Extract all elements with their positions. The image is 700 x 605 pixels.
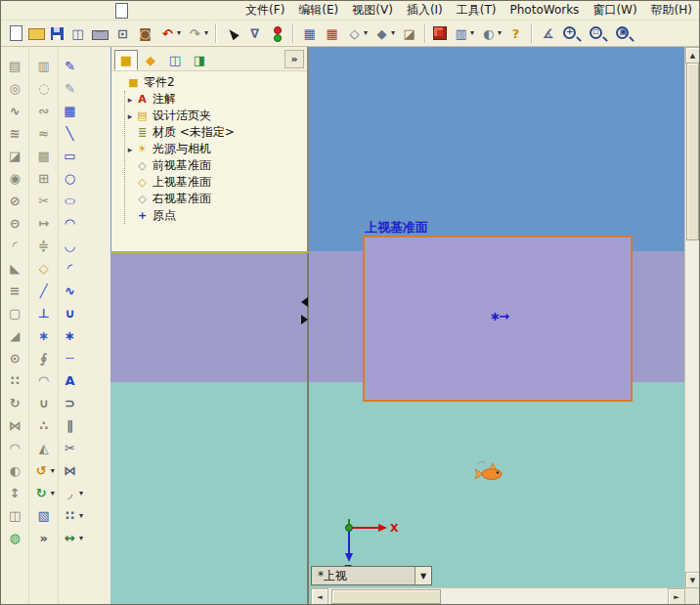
tangent-arc-button[interactable]: ◡ [62, 235, 78, 257]
rebuild-button[interactable] [267, 21, 287, 46]
horizontal-scrollbar[interactable]: ◄ ► [311, 587, 685, 604]
zoom-to-fit-button[interactable]: ▣ [613, 21, 637, 46]
scroll-right-button[interactable]: ► [668, 588, 685, 604]
extruded-surface-button[interactable]: ▥ [35, 55, 52, 77]
lighting-button[interactable]: ◐▾ [478, 21, 503, 46]
planar-surface-button[interactable]: ▩ [35, 145, 52, 167]
menu-tools[interactable]: 工具(T) [450, 1, 503, 19]
redo-caret-icon[interactable]: ▾ [204, 29, 208, 37]
swept-boss-button[interactable]: ∿ [7, 100, 23, 122]
swept-surface-button[interactable]: ∾ [35, 100, 52, 122]
split-button[interactable]: ◫ [7, 504, 23, 527]
open-document-button[interactable] [26, 21, 47, 46]
smart-dimension-button[interactable]: ↔▾ [62, 527, 83, 549]
join-button[interactable]: ◍ [7, 527, 23, 549]
horizontal-scroll-thumb[interactable] [331, 589, 441, 604]
three-point-arc-button[interactable]: ◜ [62, 257, 78, 280]
sketch-grid-button[interactable]: ▦ [62, 100, 78, 122]
draft-button[interactable]: ◢ [7, 324, 23, 347]
undo-caret-icon[interactable]: ▾ [177, 29, 181, 37]
scale-button[interactable]: ↕ [7, 482, 23, 504]
view-orientation-combo[interactable]: *上视 ▼ [311, 566, 432, 585]
lofted-boss-button[interactable]: ≋ [7, 122, 23, 145]
reference-plane-button[interactable]: ◇ [35, 257, 52, 280]
revolved-cut-button[interactable]: ◉ [7, 167, 23, 190]
origin-marker[interactable]: ∗→ [490, 309, 507, 324]
sketch-button[interactable]: ✎ [62, 55, 78, 77]
sketch-circle-button[interactable]: ○ [62, 167, 78, 190]
offset-surface-button[interactable]: ≑ [35, 235, 52, 257]
menu-view[interactable]: 视图(V) [345, 1, 400, 19]
sketch-spline-button[interactable]: ∿ [62, 280, 78, 302]
view-orientation-caret-icon[interactable]: ▾ [364, 29, 368, 37]
shell-button[interactable]: ▢ [7, 302, 23, 324]
select-button[interactable] [222, 21, 242, 46]
standard-views-button[interactable]: ▥▾ [451, 21, 476, 46]
photoworks-render-button[interactable]: ◙ [135, 21, 155, 46]
tree-root-part[interactable]: ■ 零件2 [116, 74, 307, 91]
tree-item-design-binder[interactable]: ▸▤设计活页夹 [125, 108, 307, 124]
panel-splitter-handle[interactable] [299, 297, 310, 324]
revolved-boss-button[interactable]: ◎ [7, 77, 23, 100]
addins-tab[interactable]: ◨ [188, 50, 211, 70]
sketch-rectangle-button[interactable]: ▭ [62, 145, 78, 167]
measure-button[interactable]: ∡ [538, 21, 558, 46]
menu-photoworks[interactable]: PhotoWorks [503, 1, 587, 19]
rotate-view-button[interactable]: ↺▾ [33, 459, 55, 482]
chamfer-button[interactable]: ◣ [7, 257, 23, 280]
configurationmanager-tab[interactable]: ◫ [163, 50, 187, 70]
view-orientation-button[interactable]: ◇▾ [344, 21, 370, 46]
selection-filter-button[interactable]: ∇ [244, 21, 265, 46]
sketch-fillet-button[interactable]: ◞▾ [62, 482, 83, 504]
trim-entities-button[interactable]: ✂ [62, 437, 78, 459]
expand-arrow-icon[interactable]: ▸ [125, 111, 135, 121]
sketch-centerline-button[interactable]: ┄ [62, 347, 78, 369]
menu-file[interactable]: 文件(F) [239, 1, 291, 19]
dome-button[interactable]: ◠ [7, 437, 23, 459]
tree-item-right-plane[interactable]: ◇右视基准面 [125, 191, 307, 207]
hole-wizard-button[interactable]: ⊙ [7, 347, 23, 369]
toolbar-more-button[interactable]: » [35, 527, 52, 549]
rib-button[interactable]: ≡ [7, 280, 23, 302]
composite-curve-button[interactable]: ∪ [35, 392, 52, 414]
print-button[interactable] [90, 21, 110, 46]
print-preview-button[interactable]: ⊡ [112, 21, 133, 46]
view-combo-dropdown-button[interactable]: ▼ [415, 567, 431, 584]
pan-view-button[interactable]: ↻▾ [33, 482, 55, 504]
knit-surface-button[interactable]: ⊞ [35, 167, 52, 190]
menu-help[interactable]: 帮助(H) [644, 1, 699, 19]
horizontal-scroll-track[interactable] [328, 588, 668, 604]
redo-button[interactable]: ↷▾ [185, 21, 210, 46]
tree-item-top-plane[interactable]: ◇上视基准面 [125, 174, 307, 191]
linear-sketch-pattern-caret-icon[interactable]: ▾ [79, 512, 83, 520]
extruded-cut-button[interactable]: ◪ [7, 145, 23, 167]
convert-entities-button[interactable]: ⊃ [62, 392, 78, 414]
vertical-scroll-thumb[interactable] [686, 63, 699, 240]
lighting-caret-icon[interactable]: ▾ [498, 29, 502, 37]
new-document-button[interactable] [8, 21, 24, 46]
tree-item-lights-cameras[interactable]: ▸☀光源与相机 [125, 141, 307, 157]
texture-button[interactable]: ▧ [35, 504, 52, 527]
coordinate-system-button[interactable]: ⊥ [35, 302, 52, 324]
circular-pattern-button[interactable]: ↻ [7, 392, 23, 414]
sketch-fillet-caret-icon[interactable]: ▾ [79, 490, 83, 497]
display-style-button[interactable]: ◆▾ [372, 21, 397, 46]
help-button[interactable]: ? [505, 21, 526, 46]
tree-item-origin[interactable]: +原点 [125, 207, 307, 224]
tree-item-annotations[interactable]: ▸A注解 [125, 91, 307, 108]
helix-curve-button[interactable]: ∮ [35, 347, 52, 369]
split-line-button[interactable]: ◭ [35, 437, 52, 459]
reference-point-button[interactable]: ∗ [35, 324, 52, 347]
sketch-line-button[interactable]: ╲ [62, 122, 78, 145]
zoom-in-button[interactable]: + [560, 21, 585, 46]
expand-arrow-icon[interactable]: ▸ [125, 95, 135, 105]
curve-through-points-button[interactable]: ∴ [35, 414, 52, 437]
mirror-entities-button[interactable]: ⋈ [62, 459, 78, 482]
trim-surface-button[interactable]: ✂ [35, 190, 52, 212]
propertymanager-tab[interactable]: ◆ [139, 50, 162, 70]
material-editor-button[interactable]: ▦ [322, 21, 342, 46]
vertical-scrollbar[interactable]: ▲ ▼ [684, 47, 699, 588]
scroll-left-button[interactable]: ◄ [311, 588, 328, 604]
offset-entities-button[interactable]: ∥ [62, 414, 78, 437]
shape-feature-button[interactable]: ◐ [7, 459, 23, 482]
